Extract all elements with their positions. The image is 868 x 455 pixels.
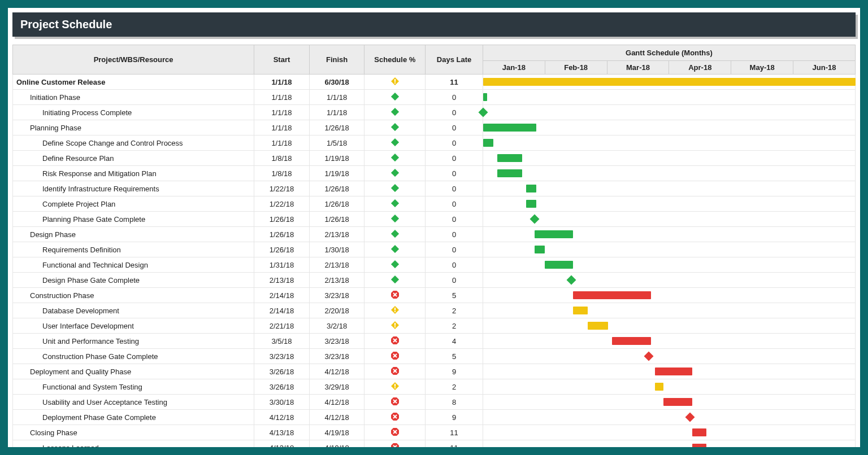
table-row[interactable]: Complete Project Plan1/22/181/26/180 [13, 196, 856, 212]
table-row[interactable]: Requirements Definition1/26/181/30/180 [13, 242, 856, 257]
task-finish: 4/12/18 [309, 395, 364, 410]
table-row[interactable]: Initiating Process Complete1/1/181/1/180 [13, 105, 856, 120]
col-month-jun[interactable]: Jun-18 [793, 61, 856, 75]
table-row[interactable]: Functional and System Testing3/26/183/29… [13, 379, 856, 395]
gantt-cell [731, 257, 793, 273]
gantt-cell [669, 227, 731, 242]
gantt-cell [793, 288, 856, 303]
col-month-feb[interactable]: Feb-18 [545, 61, 607, 75]
gantt-cell [669, 257, 731, 273]
panel-title: Project Schedule [12, 12, 856, 37]
col-start[interactable]: Start [254, 45, 310, 75]
gantt-cell [483, 196, 545, 212]
status-warning-icon [391, 77, 399, 85]
table-row[interactable]: Deployment Phase Gate Complete4/12/184/1… [13, 410, 856, 425]
gantt-cell [545, 440, 607, 448]
task-name: Deployment Phase Gate Complete [13, 410, 254, 425]
gantt-cell [731, 166, 793, 181]
gantt-cell [545, 257, 607, 273]
task-name: Define Scope Change and Control Process [13, 135, 254, 151]
col-schedule[interactable]: Schedule % [364, 45, 426, 75]
gantt-cell [607, 166, 669, 181]
gantt-cell [483, 227, 545, 242]
table-row[interactable]: Define Resource Plan1/8/181/19/180 [13, 151, 856, 166]
task-start: 2/21/18 [254, 318, 310, 334]
gantt-cell [607, 303, 669, 318]
gantt-cell [607, 196, 669, 212]
task-name: Define Resource Plan [13, 151, 254, 166]
task-name: Deployment and Quality Phase [13, 364, 254, 379]
table-row[interactable]: Planning Phase1/1/181/26/180 [13, 120, 856, 135]
svg-rect-21 [394, 311, 396, 312]
status-ok-icon [391, 275, 399, 283]
svg-rect-24 [394, 326, 396, 327]
task-days-late: 4 [426, 334, 483, 349]
gantt-cell [731, 440, 793, 448]
gantt-cell [483, 410, 545, 425]
gantt-cell [607, 440, 669, 448]
table-row[interactable]: Unit and Performance Testing3/5/183/23/1… [13, 334, 856, 349]
table-row[interactable]: Lessons Learned4/13/184/19/1811 [13, 440, 856, 448]
task-status [364, 440, 426, 448]
gantt-cell [731, 90, 793, 105]
task-start: 1/8/18 [254, 166, 310, 181]
col-month-may[interactable]: May-18 [731, 61, 793, 75]
task-start: 1/26/18 [254, 242, 310, 257]
table-row[interactable]: User Interface Development2/21/183/2/182 [13, 318, 856, 334]
task-status [364, 181, 426, 196]
gantt-cell [483, 181, 545, 196]
table-row[interactable]: Identify Infrastructure Requirements1/22… [13, 181, 856, 196]
task-start: 3/23/18 [254, 349, 310, 364]
gantt-cell [545, 318, 607, 334]
status-ok-icon [391, 154, 399, 161]
task-start: 4/13/18 [254, 440, 310, 448]
gantt-cell [669, 196, 731, 212]
col-month-jan[interactable]: Jan-18 [483, 61, 545, 75]
gantt-cell [483, 273, 545, 288]
gantt-cell [793, 334, 856, 349]
svg-rect-10 [391, 199, 399, 207]
status-error-icon [391, 428, 399, 436]
table-row[interactable]: Database Development2/14/182/20/182 [13, 303, 856, 318]
gantt-cell [545, 288, 607, 303]
gantt-cell [483, 288, 545, 303]
gantt-cell [545, 364, 607, 379]
status-ok-icon [391, 199, 399, 207]
gantt-cell [545, 90, 607, 105]
table-row[interactable]: Risk Response and Mitigation Plan1/8/181… [13, 166, 856, 181]
gantt-cell [483, 166, 545, 181]
col-finish[interactable]: Finish [309, 45, 364, 75]
gantt-cell [545, 212, 607, 227]
task-finish: 2/20/18 [309, 303, 364, 318]
gantt-bar [497, 169, 522, 177]
task-status [364, 257, 426, 273]
table-row[interactable]: Design Phase1/26/182/13/180 [13, 227, 856, 242]
task-status [364, 425, 426, 440]
col-month-apr[interactable]: Apr-18 [669, 61, 731, 75]
gantt-cell [607, 181, 669, 196]
table-row[interactable]: Usability and User Acceptance Testing3/3… [13, 395, 856, 410]
task-days-late: 0 [426, 227, 483, 242]
col-month-mar[interactable]: Mar-18 [607, 61, 669, 75]
status-ok-icon [391, 260, 399, 268]
table-row[interactable]: Deployment and Quality Phase3/26/184/12/… [13, 364, 856, 379]
table-row[interactable]: Design Phase Gate Complete2/13/182/13/18… [13, 273, 856, 288]
table-row[interactable]: Closing Phase4/13/184/19/1811 [13, 425, 856, 440]
table-row[interactable]: Initiation Phase1/1/181/1/180 [13, 90, 856, 105]
table-row[interactable]: Construction Phase2/14/183/23/185 [13, 288, 856, 303]
gantt-cell [793, 181, 856, 196]
gantt-cell [483, 349, 545, 364]
table-row[interactable]: Functional and Technical Design1/31/182/… [13, 257, 856, 273]
table-row[interactable]: Define Scope Change and Control Process1… [13, 135, 856, 151]
svg-rect-13 [391, 245, 399, 253]
table-row[interactable]: Online Customer Release1/1/186/30/1811 [13, 75, 856, 90]
col-name[interactable]: Project/WBS/Resource [13, 45, 254, 75]
gantt-cell [483, 105, 545, 120]
col-days-late[interactable]: Days Late [426, 45, 483, 75]
table-row[interactable]: Construction Phase Gate Complete3/23/183… [13, 349, 856, 364]
status-error-icon [391, 367, 399, 375]
task-finish: 1/26/18 [309, 196, 364, 212]
gantt-cell [731, 242, 793, 257]
gantt-cell [793, 135, 856, 151]
table-row[interactable]: Planning Phase Gate Complete1/26/181/26/… [13, 212, 856, 227]
